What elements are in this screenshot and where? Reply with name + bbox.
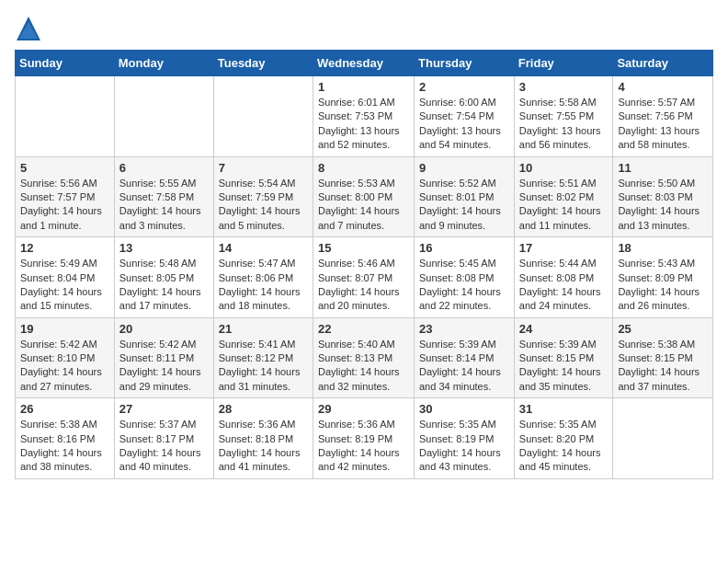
day-info: Sunrise: 6:00 AM Sunset: 7:54 PM Dayligh… bbox=[419, 96, 509, 153]
logo bbox=[15, 15, 46, 42]
calendar-cell: 15Sunrise: 5:46 AM Sunset: 8:07 PM Dayli… bbox=[313, 237, 414, 318]
day-info: Sunrise: 5:46 AM Sunset: 8:07 PM Dayligh… bbox=[318, 257, 409, 314]
calendar-week-5: 26Sunrise: 5:38 AM Sunset: 8:16 PM Dayli… bbox=[16, 398, 713, 479]
day-info: Sunrise: 5:57 AM Sunset: 7:56 PM Dayligh… bbox=[618, 96, 708, 153]
day-info: Sunrise: 5:55 AM Sunset: 7:58 PM Dayligh… bbox=[119, 177, 209, 234]
day-info: Sunrise: 5:51 AM Sunset: 8:02 PM Dayligh… bbox=[519, 177, 609, 234]
header-tuesday: Tuesday bbox=[213, 51, 313, 76]
calendar-cell: 20Sunrise: 5:42 AM Sunset: 8:11 PM Dayli… bbox=[114, 317, 213, 398]
calendar-cell: 31Sunrise: 5:35 AM Sunset: 8:20 PM Dayli… bbox=[514, 398, 613, 479]
calendar-cell: 13Sunrise: 5:48 AM Sunset: 8:05 PM Dayli… bbox=[114, 237, 213, 318]
day-number: 25 bbox=[618, 322, 708, 336]
day-info: Sunrise: 5:35 AM Sunset: 8:20 PM Dayligh… bbox=[519, 418, 609, 475]
day-info: Sunrise: 5:36 AM Sunset: 8:18 PM Dayligh… bbox=[219, 418, 308, 475]
page-header bbox=[15, 15, 713, 42]
calendar-cell: 26Sunrise: 5:38 AM Sunset: 8:16 PM Dayli… bbox=[16, 398, 115, 479]
day-number: 3 bbox=[519, 80, 609, 94]
day-number: 23 bbox=[419, 322, 509, 336]
day-info: Sunrise: 5:43 AM Sunset: 8:09 PM Dayligh… bbox=[618, 257, 708, 314]
day-info: Sunrise: 5:56 AM Sunset: 7:57 PM Dayligh… bbox=[20, 177, 109, 234]
day-number: 8 bbox=[318, 161, 409, 175]
day-info: Sunrise: 5:39 AM Sunset: 8:14 PM Dayligh… bbox=[419, 338, 509, 395]
day-info: Sunrise: 5:44 AM Sunset: 8:08 PM Dayligh… bbox=[519, 257, 609, 314]
day-info: Sunrise: 5:36 AM Sunset: 8:19 PM Dayligh… bbox=[318, 418, 409, 475]
day-number: 17 bbox=[519, 241, 609, 255]
calendar-cell: 7Sunrise: 5:54 AM Sunset: 7:59 PM Daylig… bbox=[213, 156, 313, 237]
day-number: 11 bbox=[618, 161, 708, 175]
day-info: Sunrise: 5:42 AM Sunset: 8:10 PM Dayligh… bbox=[20, 338, 109, 395]
calendar-cell bbox=[114, 76, 213, 157]
day-number: 13 bbox=[119, 241, 209, 255]
day-number: 28 bbox=[219, 402, 308, 416]
calendar-cell: 9Sunrise: 5:52 AM Sunset: 8:01 PM Daylig… bbox=[415, 156, 515, 237]
day-number: 30 bbox=[419, 402, 509, 416]
day-number: 5 bbox=[20, 161, 109, 175]
day-number: 18 bbox=[618, 241, 708, 255]
calendar-cell: 11Sunrise: 5:50 AM Sunset: 8:03 PM Dayli… bbox=[613, 156, 713, 237]
header-saturday: Saturday bbox=[613, 51, 713, 76]
day-number: 21 bbox=[219, 322, 308, 336]
calendar-cell: 14Sunrise: 5:47 AM Sunset: 8:06 PM Dayli… bbox=[213, 237, 313, 318]
calendar-cell: 2Sunrise: 6:00 AM Sunset: 7:54 PM Daylig… bbox=[415, 76, 515, 157]
logo-icon bbox=[15, 15, 42, 42]
day-number: 4 bbox=[618, 80, 708, 94]
day-info: Sunrise: 5:35 AM Sunset: 8:19 PM Dayligh… bbox=[419, 418, 509, 475]
day-info: Sunrise: 5:52 AM Sunset: 8:01 PM Dayligh… bbox=[419, 177, 509, 234]
calendar-week-2: 5Sunrise: 5:56 AM Sunset: 7:57 PM Daylig… bbox=[16, 156, 713, 237]
day-info: Sunrise: 5:47 AM Sunset: 8:06 PM Dayligh… bbox=[219, 257, 308, 314]
calendar-week-4: 19Sunrise: 5:42 AM Sunset: 8:10 PM Dayli… bbox=[16, 317, 713, 398]
header-thursday: Thursday bbox=[415, 51, 515, 76]
calendar-week-1: 1Sunrise: 6:01 AM Sunset: 7:53 PM Daylig… bbox=[16, 76, 713, 157]
calendar: SundayMondayTuesdayWednesdayThursdayFrid… bbox=[15, 50, 713, 479]
calendar-cell: 4Sunrise: 5:57 AM Sunset: 7:56 PM Daylig… bbox=[613, 76, 713, 157]
calendar-cell: 28Sunrise: 5:36 AM Sunset: 8:18 PM Dayli… bbox=[213, 398, 313, 479]
day-number: 2 bbox=[419, 80, 509, 94]
calendar-cell: 10Sunrise: 5:51 AM Sunset: 8:02 PM Dayli… bbox=[514, 156, 613, 237]
day-number: 14 bbox=[219, 241, 308, 255]
day-info: Sunrise: 5:49 AM Sunset: 8:04 PM Dayligh… bbox=[20, 257, 109, 314]
day-number: 15 bbox=[318, 241, 409, 255]
calendar-cell bbox=[16, 76, 115, 157]
day-info: Sunrise: 6:01 AM Sunset: 7:53 PM Dayligh… bbox=[318, 96, 409, 153]
day-number: 7 bbox=[219, 161, 308, 175]
calendar-cell: 1Sunrise: 6:01 AM Sunset: 7:53 PM Daylig… bbox=[313, 76, 414, 157]
day-number: 10 bbox=[519, 161, 609, 175]
calendar-header-row: SundayMondayTuesdayWednesdayThursdayFrid… bbox=[16, 51, 713, 76]
day-number: 26 bbox=[20, 402, 109, 416]
day-info: Sunrise: 5:40 AM Sunset: 8:13 PM Dayligh… bbox=[318, 338, 409, 395]
day-info: Sunrise: 5:54 AM Sunset: 7:59 PM Dayligh… bbox=[219, 177, 308, 234]
calendar-week-3: 12Sunrise: 5:49 AM Sunset: 8:04 PM Dayli… bbox=[16, 237, 713, 318]
calendar-cell: 25Sunrise: 5:38 AM Sunset: 8:15 PM Dayli… bbox=[613, 317, 713, 398]
day-number: 24 bbox=[519, 322, 609, 336]
day-number: 16 bbox=[419, 241, 509, 255]
calendar-cell: 30Sunrise: 5:35 AM Sunset: 8:19 PM Dayli… bbox=[415, 398, 515, 479]
day-number: 1 bbox=[318, 80, 409, 94]
day-number: 9 bbox=[419, 161, 509, 175]
day-info: Sunrise: 5:38 AM Sunset: 8:16 PM Dayligh… bbox=[20, 418, 109, 475]
calendar-cell bbox=[613, 398, 713, 479]
calendar-cell: 22Sunrise: 5:40 AM Sunset: 8:13 PM Dayli… bbox=[313, 317, 414, 398]
day-info: Sunrise: 5:37 AM Sunset: 8:17 PM Dayligh… bbox=[119, 418, 209, 475]
day-number: 27 bbox=[119, 402, 209, 416]
day-info: Sunrise: 5:50 AM Sunset: 8:03 PM Dayligh… bbox=[618, 177, 708, 234]
day-number: 29 bbox=[318, 402, 409, 416]
day-info: Sunrise: 5:45 AM Sunset: 8:08 PM Dayligh… bbox=[419, 257, 509, 314]
calendar-cell: 23Sunrise: 5:39 AM Sunset: 8:14 PM Dayli… bbox=[415, 317, 515, 398]
day-info: Sunrise: 5:41 AM Sunset: 8:12 PM Dayligh… bbox=[219, 338, 308, 395]
day-number: 19 bbox=[20, 322, 109, 336]
header-monday: Monday bbox=[114, 51, 213, 76]
calendar-cell: 29Sunrise: 5:36 AM Sunset: 8:19 PM Dayli… bbox=[313, 398, 414, 479]
day-info: Sunrise: 5:53 AM Sunset: 8:00 PM Dayligh… bbox=[318, 177, 409, 234]
day-number: 31 bbox=[519, 402, 609, 416]
calendar-cell: 19Sunrise: 5:42 AM Sunset: 8:10 PM Dayli… bbox=[16, 317, 115, 398]
calendar-cell: 16Sunrise: 5:45 AM Sunset: 8:08 PM Dayli… bbox=[415, 237, 515, 318]
header-sunday: Sunday bbox=[16, 51, 115, 76]
day-info: Sunrise: 5:48 AM Sunset: 8:05 PM Dayligh… bbox=[119, 257, 209, 314]
calendar-cell bbox=[213, 76, 313, 157]
header-wednesday: Wednesday bbox=[313, 51, 414, 76]
calendar-cell: 12Sunrise: 5:49 AM Sunset: 8:04 PM Dayli… bbox=[16, 237, 115, 318]
day-info: Sunrise: 5:39 AM Sunset: 8:15 PM Dayligh… bbox=[519, 338, 609, 395]
day-number: 20 bbox=[119, 322, 209, 336]
header-friday: Friday bbox=[514, 51, 613, 76]
calendar-cell: 17Sunrise: 5:44 AM Sunset: 8:08 PM Dayli… bbox=[514, 237, 613, 318]
